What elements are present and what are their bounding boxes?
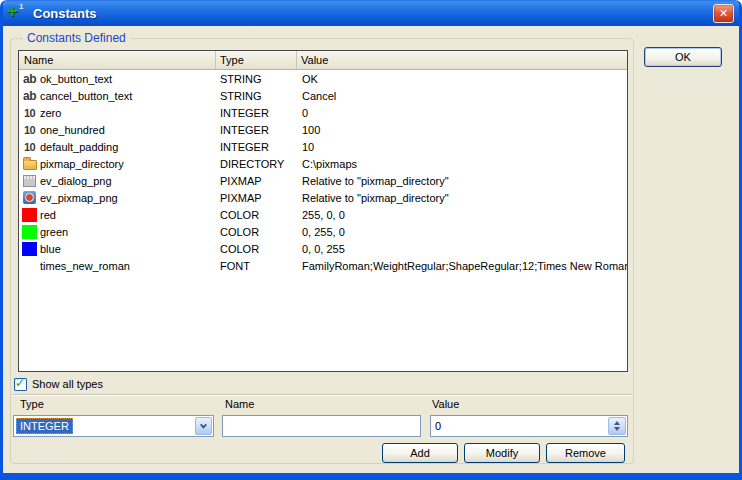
- constant-name: blue: [40, 243, 61, 255]
- color-swatch-icon: [22, 208, 37, 222]
- name-field-label: Name: [225, 398, 254, 410]
- modify-button[interactable]: Modify: [464, 443, 540, 463]
- table-row[interactable]: blue COLOR 0, 0, 255: [19, 240, 627, 257]
- constant-type: INTEGER: [215, 141, 296, 153]
- constant-name: times_new_roman: [40, 260, 130, 272]
- pixmap-icon: [23, 191, 36, 204]
- window-title: Constants: [33, 6, 97, 21]
- constant-type: COLOR: [215, 243, 296, 255]
- type-field-label: Type: [20, 398, 44, 410]
- icon-superscript: 1: [19, 2, 23, 11]
- constant-value: Relative to "pixmap_directory": [296, 175, 627, 187]
- constant-name: one_hundred: [40, 124, 105, 136]
- type-combobox-selected-text: INTEGER: [16, 418, 73, 434]
- constant-value: C:\pixmaps: [296, 158, 627, 170]
- table-row[interactable]: 10 default_padding INTEGER 10: [19, 138, 627, 155]
- constant-type: PIXMAP: [215, 175, 296, 187]
- app-icon[interactable]: + 1: [7, 4, 27, 22]
- green-plus-icon: +: [7, 1, 18, 22]
- cell-name: green: [19, 225, 215, 239]
- constant-value: OK: [296, 73, 627, 85]
- constant-name: green: [40, 226, 68, 238]
- separator-line: [12, 394, 632, 396]
- constant-value: Cancel: [296, 90, 627, 102]
- value-input[interactable]: [431, 416, 603, 436]
- show-all-types-checkbox[interactable]: ✓: [14, 378, 27, 391]
- spin-down-icon[interactable]: [614, 427, 620, 431]
- table-row[interactable]: ab ok_button_text STRING OK: [19, 70, 627, 87]
- cell-name: times_new_roman: [19, 259, 215, 273]
- cell-name: ev_pixmap_png: [19, 191, 215, 204]
- constants-list: ab ok_button_text STRING OK ab cancel_bu…: [19, 70, 627, 274]
- color-swatch-icon: [22, 225, 37, 239]
- integer-icon: 10: [24, 141, 35, 153]
- checkmark-icon: ✓: [15, 376, 25, 390]
- table-row[interactable]: 10 one_hundred INTEGER 100: [19, 121, 627, 138]
- header-value[interactable]: Value: [296, 51, 627, 69]
- constant-name: ev_pixmap_png: [40, 192, 118, 204]
- constant-type: STRING: [215, 73, 296, 85]
- groupbox-label: Constants Defined: [23, 31, 130, 45]
- add-button[interactable]: Add: [382, 443, 458, 463]
- constant-type: COLOR: [215, 226, 296, 238]
- constant-name: ev_dialog_png: [40, 175, 112, 187]
- constant-type: INTEGER: [215, 124, 296, 136]
- constant-type: INTEGER: [215, 107, 296, 119]
- constants-listview[interactable]: Name Type Value ab ok_button_text STRING…: [18, 50, 628, 372]
- constant-name: cancel_button_text: [40, 90, 132, 102]
- cell-name: 10 default_padding: [19, 141, 215, 153]
- color-swatch-icon: [22, 242, 37, 256]
- table-row[interactable]: times_new_roman FONT FamilyRoman;WeightR…: [19, 257, 627, 274]
- integer-icon: 10: [24, 107, 35, 119]
- value-spinner: [608, 417, 626, 435]
- constant-name: zero: [40, 107, 61, 119]
- value-spinbox: [430, 415, 628, 437]
- constant-value: Relative to "pixmap_directory": [296, 192, 627, 204]
- type-combobox-dropdown-button[interactable]: [195, 417, 212, 435]
- table-row[interactable]: ev_pixmap_png PIXMAP Relative to "pixmap…: [19, 189, 627, 206]
- table-row[interactable]: ab cancel_button_text STRING Cancel: [19, 87, 627, 104]
- none: [22, 259, 37, 273]
- name-input[interactable]: [222, 415, 421, 437]
- string-icon: ab: [23, 72, 36, 86]
- spin-up-icon[interactable]: [614, 421, 620, 425]
- remove-button[interactable]: Remove: [546, 443, 625, 463]
- constant-type: FONT: [215, 260, 296, 272]
- titlebar[interactable]: + 1 Constants ✕: [0, 0, 742, 26]
- value-field-label: Value: [432, 398, 459, 410]
- header-type[interactable]: Type: [215, 51, 296, 69]
- ok-button[interactable]: OK: [644, 47, 722, 67]
- constant-name: red: [40, 209, 56, 221]
- cell-name: blue: [19, 242, 215, 256]
- constant-value: FamilyRoman;WeightRegular;ShapeRegular;1…: [296, 260, 627, 272]
- dialog-icon: [23, 175, 36, 187]
- constant-value: 255, 0, 0: [296, 209, 627, 221]
- header-name[interactable]: Name: [19, 51, 215, 69]
- folder-icon: [23, 160, 37, 170]
- list-header: Name Type Value: [19, 51, 627, 70]
- table-row[interactable]: ev_dialog_png PIXMAP Relative to "pixmap…: [19, 172, 627, 189]
- constant-value: 0, 255, 0: [296, 226, 627, 238]
- show-all-types-label[interactable]: Show all types: [32, 378, 103, 390]
- constant-value: 100: [296, 124, 627, 136]
- table-row[interactable]: red COLOR 255, 0, 0: [19, 206, 627, 223]
- chevron-down-icon: [200, 421, 207, 428]
- table-row[interactable]: green COLOR 0, 255, 0: [19, 223, 627, 240]
- type-combobox[interactable]: INTEGER: [13, 415, 214, 437]
- constant-name: ok_button_text: [40, 73, 112, 85]
- cell-name: ab ok_button_text: [19, 72, 215, 86]
- constant-value: 0: [296, 107, 627, 119]
- table-row[interactable]: pixmap_directory DIRECTORY C:\pixmaps: [19, 155, 627, 172]
- cell-name: 10 one_hundred: [19, 124, 215, 136]
- constant-type: PIXMAP: [215, 192, 296, 204]
- cell-name: pixmap_directory: [19, 158, 215, 170]
- close-button[interactable]: ✕: [713, 4, 734, 23]
- constant-type: COLOR: [215, 209, 296, 221]
- table-row[interactable]: 10 zero INTEGER 0: [19, 104, 627, 121]
- cell-name: ev_dialog_png: [19, 175, 215, 187]
- close-icon: ✕: [719, 7, 728, 19]
- constant-name: pixmap_directory: [40, 158, 124, 170]
- cell-name: 10 zero: [19, 107, 215, 119]
- constant-name: default_padding: [40, 141, 118, 153]
- string-icon: ab: [23, 89, 36, 103]
